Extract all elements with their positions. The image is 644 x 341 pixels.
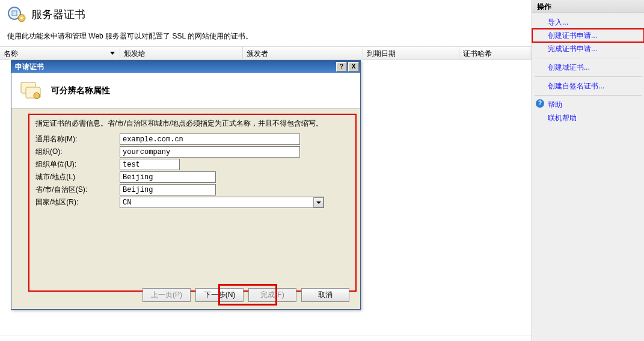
dialog-header-text: 可分辨名称属性 [51,85,110,96]
grid-col-issuer[interactable]: 颁发者 [243,47,363,59]
input-city[interactable] [120,171,216,183]
input-cn[interactable] [120,134,300,145]
dn-header-icon [20,80,45,102]
grid-header: 名称 颁发给 颁发者 到期日期 证书哈希 [0,46,532,60]
svg-point-5 [34,93,40,99]
actions-separator [535,58,642,58]
input-ou[interactable] [120,159,180,170]
actions-pane-title: 操作 [532,0,644,13]
action-create-domain-cert[interactable]: 创建域证书... [532,61,644,74]
action-help-label: 帮助 [548,100,562,109]
country-dropdown-button[interactable] [313,197,324,207]
cancel-button[interactable]: 取消 [301,288,349,302]
label-cn: 通用名称(M): [35,134,120,144]
grid-col-name[interactable]: 名称 [0,47,120,59]
action-help[interactable]: ? 帮助 [532,98,644,111]
help-icon: ? [536,99,544,108]
grid-col-hash[interactable]: 证书哈希 [459,47,530,59]
dialog-desc: 指定证书的必需信息。省/市/自治区和城市/地点必须指定为正式名称，并且不得包含缩… [35,118,323,129]
actions-separator [535,95,642,96]
dialog-help-button[interactable]: ? [336,62,347,72]
back-button: 上一页(P) [143,288,191,302]
svg-rect-1 [12,11,17,16]
dialog-close-button[interactable]: X [348,62,359,72]
request-cert-dialog: 申请证书 ? X 可分辨名称属性 指定证书的必需信息。省/市/自治区和城市/地点… [11,60,361,310]
label-ou: 组织单位(U): [35,159,120,170]
grid-col-expiry[interactable]: 到期日期 [363,47,459,59]
label-state: 省/市/自治区(S): [35,185,120,195]
input-org[interactable] [120,146,300,158]
chevron-down-icon [316,200,321,205]
certificate-page-icon [7,5,26,24]
next-button[interactable]: 下一步(N) [195,288,244,302]
action-online-help[interactable]: 联机帮助 [532,111,644,124]
action-create-request[interactable]: 创建证书申请... [532,29,644,42]
finish-button: 完成(F) [248,288,296,302]
label-city: 城市/地点(L) [35,172,120,182]
action-import[interactable]: 导入... [532,16,644,29]
dialog-title: 申请证书 [15,62,335,72]
action-complete-request[interactable]: 完成证书申请... [532,42,644,55]
label-country: 国家/地区(R): [35,197,120,207]
actions-separator [535,76,642,77]
label-org: 组织(O): [35,147,120,157]
action-create-selfsigned[interactable]: 创建自签名证书... [532,79,644,93]
input-state[interactable] [120,184,216,195]
page-title: 服务器证书 [31,7,85,22]
input-country[interactable] [120,197,324,208]
page-subtitle: 使用此功能来申请和管理 Web 服务器可以对配置了 SSL 的网站使用的证书。 [0,29,532,46]
grid-col-issuedto[interactable]: 颁发给 [120,47,243,59]
